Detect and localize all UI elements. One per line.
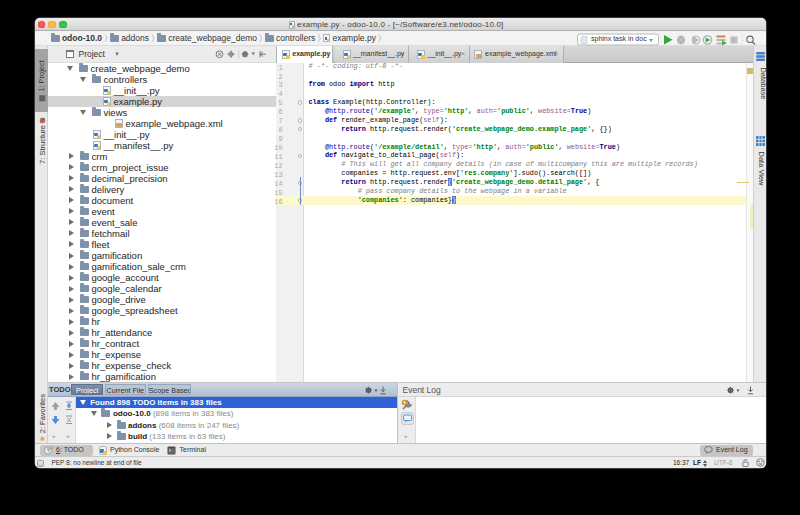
svg-text:»: » bbox=[52, 433, 56, 439]
svg-text:»: » bbox=[66, 433, 70, 439]
svg-text:»: » bbox=[404, 433, 408, 439]
